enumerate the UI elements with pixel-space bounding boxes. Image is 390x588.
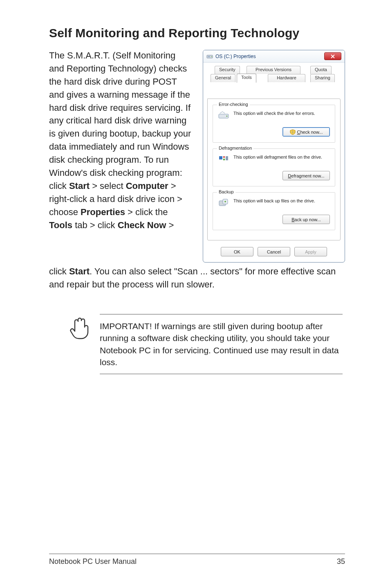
defrag-legend: Defragmentation: [217, 146, 253, 150]
tab-strip: Security Previous Versions Quota General…: [207, 66, 341, 82]
ok-button[interactable]: OK: [221, 247, 253, 256]
error-checking-legend: Error-checking: [217, 102, 250, 107]
check-now-button[interactable]: Check now...: [282, 127, 330, 137]
shield-icon: [290, 129, 296, 135]
svg-rect-5: [219, 156, 222, 159]
backup-icon: [218, 197, 229, 209]
svg-point-2: [211, 56, 212, 57]
svg-rect-6: [223, 156, 225, 158]
bold-start: Start: [69, 181, 90, 191]
defrag-text: This option will defragment files on the…: [233, 154, 322, 159]
svg-rect-1: [208, 56, 210, 57]
back-up-now-button[interactable]: Back up now...: [282, 215, 330, 224]
error-checking-group: Error-checking This option will check th…: [213, 105, 335, 143]
tab-hardware[interactable]: Hardware: [268, 74, 305, 82]
bold-computer: Computer: [126, 181, 168, 191]
bold-start-2: Start: [69, 266, 90, 276]
close-button[interactable]: [324, 52, 341, 60]
important-note: IMPORTANT! If warnings are still given d…: [100, 314, 343, 375]
section-heading: Self Monitoring and Reporting Technology: [49, 26, 345, 40]
tab-security[interactable]: Security: [215, 66, 240, 74]
backup-underline: B: [291, 217, 294, 222]
drive-icon: [206, 53, 213, 60]
dialog-actions: OK Cancel Apply: [203, 243, 345, 262]
p2-post: . You can also select "Scan ... sectors"…: [49, 266, 336, 290]
tab-general[interactable]: General: [211, 74, 235, 82]
defrag-rest: efragment now...: [291, 173, 324, 178]
properties-dialog: OS (C:) Properties Security Previous Ver…: [203, 50, 345, 263]
svg-point-4: [226, 116, 228, 117]
p2-pre: click: [49, 266, 69, 276]
body-paragraph: The S.M.A.R.T. (Self Monitoring and Repo…: [49, 49, 191, 263]
bold-properties: Properties: [81, 207, 125, 217]
dialog-title: OS (C:) Properties: [215, 54, 324, 59]
close-icon: [331, 54, 335, 58]
bold-tools: Tools: [49, 220, 72, 230]
t-gt3: > click the: [125, 207, 168, 217]
hand-stop-icon: [69, 316, 90, 339]
cancel-button[interactable]: Cancel: [258, 247, 290, 256]
tab-tools[interactable]: Tools: [237, 74, 256, 83]
tab-quota[interactable]: Quota: [310, 66, 332, 74]
t-gt5: >: [166, 220, 174, 230]
bold-checknow: Check Now: [118, 220, 166, 230]
defragment-now-button[interactable]: Defragment now...: [282, 171, 330, 180]
t-gt1: > select: [90, 181, 126, 191]
defragmentation-group: Defragmentation This option will defragm…: [213, 148, 335, 186]
error-check-icon: [218, 110, 229, 121]
dialog-titlebar[interactable]: OS (C:) Properties: [203, 50, 345, 63]
backup-legend: Backup: [217, 189, 235, 194]
backup-group: Backup This option will back up files on…: [213, 192, 335, 230]
tab-body: Error-checking This option will check th…: [207, 99, 341, 240]
tab-previous-versions[interactable]: Previous Versions: [247, 66, 300, 74]
svg-rect-7: [223, 159, 225, 160]
t-gt4: tab > click: [72, 220, 118, 230]
para1-text: The S.M.A.R.T. (Self Monitoring and Repo…: [49, 50, 191, 191]
check-now-rest: heck now...: [300, 130, 323, 135]
error-check-text: This option will check the drive for err…: [233, 110, 315, 116]
svg-rect-8: [226, 156, 228, 160]
defrag-icon: [218, 154, 229, 165]
backup-rest: ack up now...: [295, 217, 321, 222]
footer-title: Notebook PC User Manual: [49, 557, 137, 566]
tab-sharing[interactable]: Sharing: [310, 74, 335, 82]
apply-button[interactable]: Apply: [294, 247, 327, 256]
page-number: 35: [337, 557, 345, 566]
body-paragraph-2: click Start. You can also select "Scan .…: [49, 265, 345, 291]
backup-text: This option will back up files on the dr…: [233, 197, 315, 203]
